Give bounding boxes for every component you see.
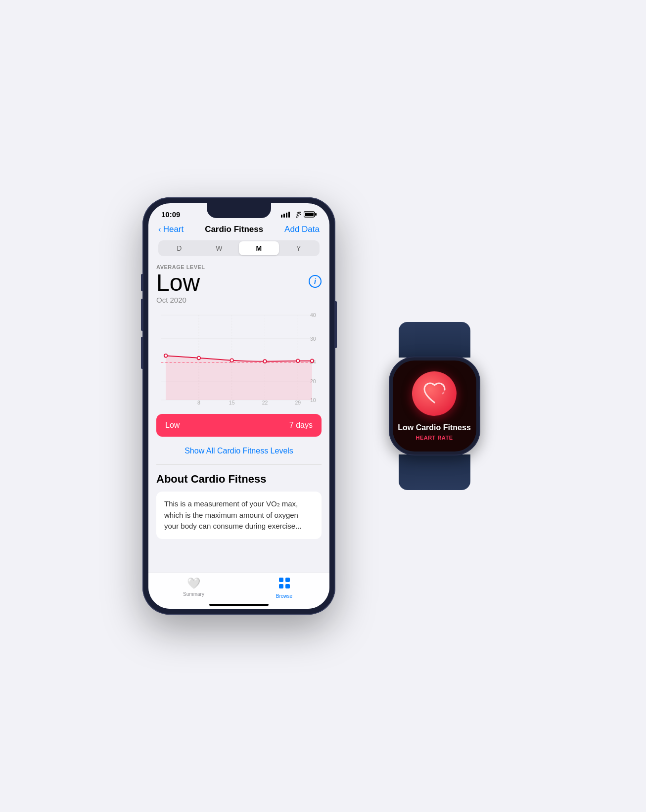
segment-w[interactable]: W <box>199 241 239 255</box>
low-bar: Low 7 days <box>156 414 322 437</box>
nav-bar: ‹ Heart Cardio Fitness Add Data <box>148 221 329 240</box>
watch-body: Low Cardio Fitness HEART RATE <box>389 357 480 455</box>
svg-point-28 <box>311 359 314 362</box>
segment-control[interactable]: D W M Y <box>158 240 320 256</box>
nav-title: Cardio Fitness <box>205 225 263 234</box>
average-value: Low <box>156 271 200 295</box>
iphone-device: 10:09 <box>142 197 335 615</box>
heart-icon <box>421 380 448 407</box>
watch-title: Low Cardio Fitness <box>398 423 471 433</box>
chart-svg: 40 30 24 20 10 <box>156 308 322 407</box>
watch-side-button <box>480 413 480 422</box>
status-time: 10:09 <box>161 210 180 219</box>
volume-down-button <box>141 337 143 369</box>
tab-browse-label: Browse <box>276 593 292 599</box>
iphone-screen: 10:09 <box>148 203 329 609</box>
watch-heart-icon <box>412 371 457 416</box>
low-bar-label: Low <box>165 421 180 430</box>
volume-up-button <box>141 299 143 331</box>
back-button[interactable]: ‹ Heart <box>158 225 184 234</box>
browse-tab-icon <box>278 577 290 592</box>
segment-d[interactable]: D <box>159 241 199 255</box>
power-button <box>335 301 337 348</box>
mute-button <box>141 274 143 291</box>
svg-text:40: 40 <box>310 313 316 318</box>
show-all-link[interactable]: Show All Cardio Fitness Levels <box>156 444 322 464</box>
average-date: Oct 2020 <box>156 296 322 304</box>
svg-point-23 <box>164 354 168 358</box>
battery-icon <box>304 211 317 218</box>
apple-watch: Low Cardio Fitness HEART RATE <box>365 322 504 490</box>
info-button[interactable]: i <box>309 275 322 288</box>
back-label: Heart <box>163 225 184 234</box>
svg-text:29: 29 <box>295 400 301 406</box>
watch-subtitle: HEART RATE <box>415 435 453 441</box>
svg-rect-7 <box>305 213 314 216</box>
svg-rect-6 <box>315 213 317 216</box>
segment-y[interactable]: Y <box>279 241 319 255</box>
low-bar-days: 7 days <box>289 421 313 430</box>
add-data-button[interactable]: Add Data <box>284 225 320 234</box>
svg-text:30: 30 <box>310 336 316 342</box>
heart-tab-icon: 🤍 <box>187 577 200 590</box>
segment-m[interactable]: M <box>239 241 279 255</box>
svg-point-26 <box>263 360 267 363</box>
svg-point-27 <box>296 359 300 362</box>
about-section: About Cardio Fitness This is a measureme… <box>156 464 322 539</box>
svg-rect-3 <box>288 212 290 218</box>
svg-rect-35 <box>279 584 283 588</box>
svg-text:15: 15 <box>229 400 235 406</box>
watch-band-top <box>399 322 470 358</box>
svg-rect-0 <box>281 215 282 218</box>
svg-rect-1 <box>283 214 285 218</box>
tab-summary-label: Summary <box>183 591 204 597</box>
svg-text:8: 8 <box>197 400 200 406</box>
svg-rect-36 <box>285 584 290 588</box>
tab-summary[interactable]: 🤍 Summary <box>148 577 239 599</box>
svg-rect-34 <box>285 578 290 582</box>
svg-rect-2 <box>286 213 287 218</box>
notch <box>207 203 271 218</box>
chart: 40 30 24 20 10 <box>156 308 322 407</box>
tab-browse[interactable]: Browse <box>239 577 329 599</box>
home-indicator <box>209 604 269 606</box>
status-icons <box>281 211 317 218</box>
svg-point-25 <box>230 359 233 362</box>
signal-icon <box>281 212 290 218</box>
wifi-icon <box>293 212 301 218</box>
watch-screen: Low Cardio Fitness HEART RATE <box>393 361 476 451</box>
about-title: About Cardio Fitness <box>156 473 322 486</box>
svg-point-24 <box>197 357 201 360</box>
watch-crown <box>479 389 480 407</box>
svg-point-4 <box>296 216 298 218</box>
average-section: AVERAGE LEVEL Low i Oct 2020 <box>156 264 322 304</box>
svg-text:22: 22 <box>262 400 268 406</box>
watch-band-bottom <box>399 454 470 490</box>
svg-rect-33 <box>279 578 283 582</box>
chevron-left-icon: ‹ <box>158 225 161 234</box>
about-description: This is a measurement of your VO₂ max, w… <box>156 492 322 539</box>
